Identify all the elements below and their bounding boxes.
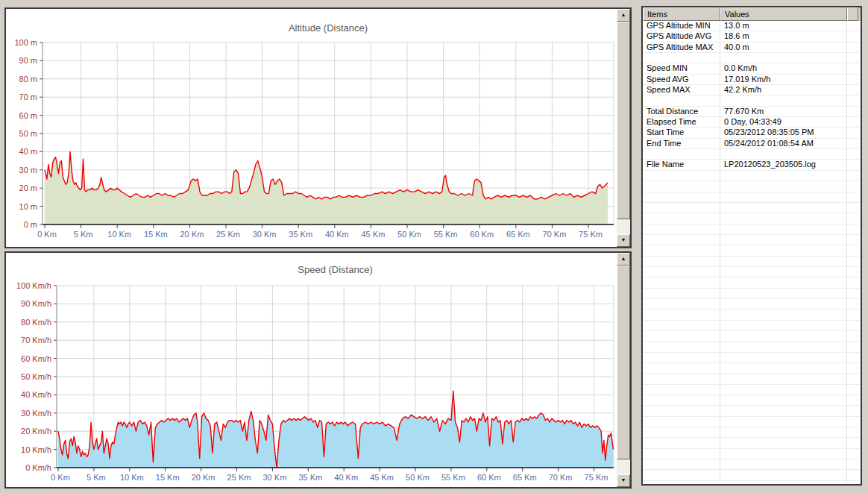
scroll-up-button[interactable]: ▲ bbox=[617, 253, 630, 266]
table-cell-value bbox=[720, 385, 847, 395]
table-row[interactable]: GPS Altitude MIN13.0 m bbox=[643, 21, 861, 31]
table-row[interactable] bbox=[643, 299, 861, 310]
table-row[interactable] bbox=[643, 321, 861, 331]
table-cell-item bbox=[643, 53, 720, 63]
svg-text:65 Km: 65 Km bbox=[513, 473, 537, 482]
table-row[interactable] bbox=[643, 395, 861, 406]
table-cell-value bbox=[720, 235, 847, 245]
table-row[interactable] bbox=[643, 53, 861, 63]
table-row[interactable]: End Time05/24/2012 01:08:54 AM bbox=[643, 139, 861, 149]
table-cell-item: GPS Altitude MIN bbox=[643, 21, 720, 31]
table-cell-filler bbox=[847, 95, 861, 105]
table-header-items[interactable]: Items bbox=[643, 7, 720, 21]
scroll-up-button[interactable]: ▲ bbox=[617, 9, 630, 22]
scrollbar-thumb[interactable] bbox=[617, 266, 630, 459]
table-cell-filler bbox=[847, 449, 861, 459]
table-row[interactable]: Speed MAX42.2 Km/h bbox=[643, 85, 861, 95]
table-row[interactable] bbox=[643, 277, 861, 288]
table-cell-value bbox=[720, 310, 847, 319]
table-row[interactable]: Elapsed Time0 Day, 04:33:49 bbox=[643, 117, 861, 128]
table-cell-filler bbox=[847, 267, 861, 277]
svg-text:10 Km/h: 10 Km/h bbox=[21, 445, 51, 454]
table-row[interactable] bbox=[643, 310, 861, 320]
table-cell-filler bbox=[847, 277, 861, 287]
table-cell-filler bbox=[847, 385, 861, 395]
table-cell-item: GPS Altitude AVG bbox=[643, 31, 720, 41]
table-row[interactable]: GPS Altitude AVG18.6 m bbox=[643, 31, 861, 42]
table-row[interactable] bbox=[643, 267, 861, 277]
scrollbar-thumb[interactable] bbox=[617, 22, 630, 219]
table-cell-value bbox=[720, 406, 847, 415]
svg-text:20 m: 20 m bbox=[19, 183, 37, 192]
table-row[interactable] bbox=[643, 417, 861, 427]
speed-chart: 0 Km/h10 Km/h20 Km/h30 Km/h40 Km/h50 Km/… bbox=[6, 253, 617, 487]
table-row[interactable] bbox=[643, 427, 861, 438]
table-row[interactable] bbox=[643, 363, 861, 374]
table-row[interactable] bbox=[643, 257, 861, 267]
altitude-chart-panel: 0 m10 m20 m30 m40 m50 m60 m70 m80 m90 m1… bbox=[4, 7, 632, 248]
table-row[interactable] bbox=[643, 331, 861, 342]
table-cell-value bbox=[720, 427, 847, 437]
table-cell-filler bbox=[847, 427, 861, 437]
table-row[interactable] bbox=[643, 438, 861, 448]
table-cell-filler bbox=[847, 374, 861, 383]
table-header-values[interactable]: Values bbox=[720, 7, 847, 21]
svg-text:45 Km: 45 Km bbox=[370, 473, 394, 482]
svg-text:55 Km: 55 Km bbox=[441, 473, 465, 482]
altitude-scrollbar[interactable]: ▲ ▼ bbox=[617, 9, 630, 247]
table-row[interactable] bbox=[643, 449, 861, 459]
svg-text:65 Km: 65 Km bbox=[506, 230, 530, 239]
table-cell-value: 40.0 m bbox=[720, 43, 847, 52]
table-row[interactable] bbox=[643, 95, 861, 106]
table-row[interactable] bbox=[643, 342, 861, 352]
svg-text:0 Km: 0 Km bbox=[37, 230, 57, 239]
table-cell-filler bbox=[847, 107, 861, 116]
table-row[interactable] bbox=[643, 213, 861, 224]
table-cell-value bbox=[720, 299, 847, 309]
svg-text:35 Km: 35 Km bbox=[289, 230, 312, 239]
table-row[interactable] bbox=[643, 385, 861, 395]
svg-text:5 Km: 5 Km bbox=[74, 230, 93, 239]
svg-text:70 m: 70 m bbox=[19, 92, 37, 101]
table-cell-filler bbox=[847, 342, 861, 351]
table-row[interactable]: GPS Altitude MAX40.0 m bbox=[643, 43, 861, 53]
table-cell-filler bbox=[847, 459, 861, 469]
table-row[interactable] bbox=[643, 374, 861, 384]
table-cell-item bbox=[643, 331, 720, 341]
table-row[interactable] bbox=[643, 470, 861, 480]
table-cell-value bbox=[720, 203, 847, 213]
table-row[interactable] bbox=[643, 149, 861, 160]
svg-text:90 Km/h: 90 Km/h bbox=[21, 299, 51, 308]
table-row[interactable] bbox=[643, 245, 861, 256]
table-cell-item bbox=[643, 95, 720, 105]
table-row[interactable] bbox=[643, 171, 861, 181]
table-row[interactable] bbox=[643, 353, 861, 363]
table-cell-value: 42.2 Km/h bbox=[720, 85, 847, 95]
table-row[interactable]: Speed AVG17.019 Km/h bbox=[643, 75, 861, 85]
svg-text:50 Km/h: 50 Km/h bbox=[21, 372, 51, 381]
speed-scrollbar[interactable]: ▲ ▼ bbox=[617, 253, 630, 487]
table-row[interactable] bbox=[643, 459, 861, 470]
table-cell-item: Speed MAX bbox=[643, 85, 720, 95]
svg-text:75 Km: 75 Km bbox=[579, 230, 603, 239]
table-cell-filler bbox=[847, 203, 861, 213]
scroll-down-button[interactable]: ▼ bbox=[617, 234, 630, 247]
table-cell-value bbox=[720, 449, 847, 459]
table-row[interactable] bbox=[643, 235, 861, 245]
table-row[interactable] bbox=[643, 181, 861, 192]
table-row[interactable]: Total Distance77.670 Km bbox=[643, 107, 861, 117]
table-row[interactable] bbox=[643, 481, 861, 484]
table-cell-filler bbox=[847, 289, 861, 298]
scroll-down-button[interactable]: ▼ bbox=[617, 474, 630, 487]
table-row[interactable]: Speed MIN0.0 Km/h bbox=[643, 63, 861, 74]
table-cell-filler bbox=[847, 160, 861, 169]
table-cell-value bbox=[720, 213, 847, 223]
table-row[interactable] bbox=[643, 203, 861, 213]
table-row[interactable] bbox=[643, 406, 861, 416]
table-row[interactable] bbox=[643, 224, 861, 235]
table-row[interactable] bbox=[643, 289, 861, 299]
table-row[interactable]: Start Time05/23/2012 08:35:05 PM bbox=[643, 128, 861, 138]
table-cell-filler bbox=[847, 43, 861, 52]
table-row[interactable]: File NameLP20120523_203505.log bbox=[643, 160, 861, 170]
table-row[interactable] bbox=[643, 192, 861, 203]
